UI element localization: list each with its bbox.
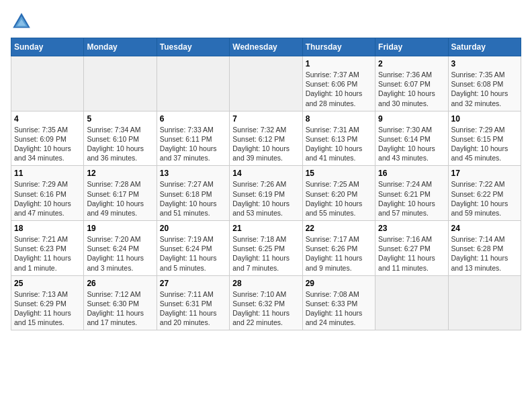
day-info: Sunrise: 7:25 AM Sunset: 6:20 PM Dayligh…: [306, 179, 372, 218]
day-info: Sunrise: 7:21 AM Sunset: 6:23 PM Dayligh…: [14, 234, 81, 273]
day-number: 23: [378, 224, 445, 233]
day-info: Sunrise: 7:37 AM Sunset: 6:06 PM Dayligh…: [306, 70, 372, 108]
calendar-cell: 3Sunrise: 7:35 AM Sunset: 6:08 PM Daylig…: [448, 56, 521, 111]
day-info: Sunrise: 7:24 AM Sunset: 6:21 PM Dayligh…: [378, 179, 445, 218]
calendar-cell: 9Sunrise: 7:30 AM Sunset: 6:14 PM Daylig…: [375, 111, 448, 166]
day-number: 1: [306, 59, 372, 68]
calendar-header-row: SundayMondayTuesdayWednesdayThursdayFrid…: [11, 38, 521, 56]
calendar-cell: 13Sunrise: 7:27 AM Sunset: 6:18 PM Dayli…: [157, 166, 229, 221]
day-info: Sunrise: 7:13 AM Sunset: 6:29 PM Dayligh…: [14, 289, 81, 328]
calendar-cell: 14Sunrise: 7:26 AM Sunset: 6:19 PM Dayli…: [230, 166, 302, 221]
day-info: Sunrise: 7:19 AM Sunset: 6:24 PM Dayligh…: [160, 234, 226, 273]
calendar-cell: 25Sunrise: 7:13 AM Sunset: 6:29 PM Dayli…: [11, 275, 84, 330]
logo-icon: [11, 11, 32, 32]
calendar-cell: 26Sunrise: 7:12 AM Sunset: 6:30 PM Dayli…: [84, 275, 157, 330]
day-info: Sunrise: 7:18 AM Sunset: 6:25 PM Dayligh…: [232, 234, 299, 273]
day-number: 26: [87, 279, 153, 288]
calendar-cell: 7Sunrise: 7:32 AM Sunset: 6:12 PM Daylig…: [230, 111, 302, 166]
calendar-cell: [448, 275, 521, 330]
day-info: Sunrise: 7:27 AM Sunset: 6:18 PM Dayligh…: [160, 179, 226, 218]
day-number: 21: [232, 224, 299, 233]
day-info: Sunrise: 7:35 AM Sunset: 6:09 PM Dayligh…: [14, 125, 81, 163]
day-number: 29: [306, 279, 372, 288]
calendar-cell: 16Sunrise: 7:24 AM Sunset: 6:21 PM Dayli…: [375, 166, 448, 221]
calendar-cell: [11, 56, 84, 111]
day-info: Sunrise: 7:10 AM Sunset: 6:32 PM Dayligh…: [232, 289, 299, 328]
day-number: 22: [306, 224, 372, 233]
calendar-week-row: 4Sunrise: 7:35 AM Sunset: 6:09 PM Daylig…: [11, 111, 521, 166]
calendar-cell: 8Sunrise: 7:31 AM Sunset: 6:13 PM Daylig…: [302, 111, 375, 166]
day-info: Sunrise: 7:31 AM Sunset: 6:13 PM Dayligh…: [306, 125, 372, 163]
day-info: Sunrise: 7:16 AM Sunset: 6:27 PM Dayligh…: [378, 234, 445, 273]
day-number: 24: [451, 224, 518, 233]
day-number: 7: [232, 114, 299, 124]
day-header: Friday: [375, 38, 448, 56]
calendar-week-row: 1Sunrise: 7:37 AM Sunset: 6:06 PM Daylig…: [11, 56, 521, 111]
day-info: Sunrise: 7:34 AM Sunset: 6:10 PM Dayligh…: [87, 125, 153, 163]
calendar-cell: [230, 56, 302, 111]
day-info: Sunrise: 7:36 AM Sunset: 6:07 PM Dayligh…: [378, 70, 445, 108]
day-number: 3: [451, 59, 518, 68]
day-info: Sunrise: 7:28 AM Sunset: 6:17 PM Dayligh…: [87, 179, 153, 218]
day-header: Saturday: [448, 38, 521, 56]
day-number: 11: [14, 169, 81, 178]
day-info: Sunrise: 7:14 AM Sunset: 6:28 PM Dayligh…: [451, 234, 518, 273]
day-number: 17: [451, 169, 518, 178]
day-info: Sunrise: 7:26 AM Sunset: 6:19 PM Dayligh…: [232, 179, 299, 218]
calendar-cell: 29Sunrise: 7:08 AM Sunset: 6:33 PM Dayli…: [302, 275, 375, 330]
calendar-week-row: 11Sunrise: 7:29 AM Sunset: 6:16 PM Dayli…: [11, 166, 521, 221]
calendar-cell: 15Sunrise: 7:25 AM Sunset: 6:20 PM Dayli…: [302, 166, 375, 221]
day-info: Sunrise: 7:12 AM Sunset: 6:30 PM Dayligh…: [87, 289, 153, 328]
calendar-cell: [157, 56, 229, 111]
day-number: 28: [232, 279, 299, 288]
calendar-week-row: 18Sunrise: 7:21 AM Sunset: 6:23 PM Dayli…: [11, 221, 521, 276]
day-number: 20: [160, 224, 226, 233]
day-number: 25: [14, 279, 81, 288]
day-info: Sunrise: 7:11 AM Sunset: 6:31 PM Dayligh…: [160, 289, 226, 328]
day-number: 5: [87, 114, 153, 124]
calendar-cell: 18Sunrise: 7:21 AM Sunset: 6:23 PM Dayli…: [11, 221, 84, 276]
day-number: 18: [14, 224, 81, 233]
day-number: 2: [378, 59, 445, 68]
calendar-cell: 22Sunrise: 7:17 AM Sunset: 6:26 PM Dayli…: [302, 221, 375, 276]
calendar-cell: 12Sunrise: 7:28 AM Sunset: 6:17 PM Dayli…: [84, 166, 157, 221]
day-header: Wednesday: [230, 38, 302, 56]
calendar-cell: 2Sunrise: 7:36 AM Sunset: 6:07 PM Daylig…: [375, 56, 448, 111]
day-info: Sunrise: 7:33 AM Sunset: 6:11 PM Dayligh…: [160, 125, 226, 163]
calendar-cell: 24Sunrise: 7:14 AM Sunset: 6:28 PM Dayli…: [448, 221, 521, 276]
calendar-cell: 10Sunrise: 7:29 AM Sunset: 6:15 PM Dayli…: [448, 111, 521, 166]
calendar-cell: 4Sunrise: 7:35 AM Sunset: 6:09 PM Daylig…: [11, 111, 84, 166]
day-info: Sunrise: 7:35 AM Sunset: 6:08 PM Dayligh…: [451, 70, 518, 108]
day-number: 19: [87, 224, 153, 233]
day-info: Sunrise: 7:30 AM Sunset: 6:14 PM Dayligh…: [378, 125, 445, 163]
day-number: 16: [378, 169, 445, 178]
calendar-week-row: 25Sunrise: 7:13 AM Sunset: 6:29 PM Dayli…: [11, 275, 521, 330]
logo: [11, 11, 35, 32]
calendar-cell: 23Sunrise: 7:16 AM Sunset: 6:27 PM Dayli…: [375, 221, 448, 276]
day-number: 15: [306, 169, 372, 178]
calendar-cell: 11Sunrise: 7:29 AM Sunset: 6:16 PM Dayli…: [11, 166, 84, 221]
day-number: 10: [451, 114, 518, 124]
calendar-table: SundayMondayTuesdayWednesdayThursdayFrid…: [11, 38, 521, 330]
day-number: 8: [306, 114, 372, 124]
day-number: 6: [160, 114, 226, 124]
day-info: Sunrise: 7:32 AM Sunset: 6:12 PM Dayligh…: [232, 125, 299, 163]
day-number: 4: [14, 114, 81, 124]
calendar-cell: 1Sunrise: 7:37 AM Sunset: 6:06 PM Daylig…: [302, 56, 375, 111]
day-number: 14: [232, 169, 299, 178]
day-number: 12: [87, 169, 153, 178]
day-info: Sunrise: 7:29 AM Sunset: 6:15 PM Dayligh…: [451, 125, 518, 163]
day-info: Sunrise: 7:17 AM Sunset: 6:26 PM Dayligh…: [306, 234, 372, 273]
calendar-cell: [84, 56, 157, 111]
day-header: Monday: [84, 38, 157, 56]
calendar-cell: 5Sunrise: 7:34 AM Sunset: 6:10 PM Daylig…: [84, 111, 157, 166]
day-number: 13: [160, 169, 226, 178]
day-header: Sunday: [11, 38, 84, 56]
day-number: 27: [160, 279, 226, 288]
day-number: 9: [378, 114, 445, 124]
day-header: Thursday: [302, 38, 375, 56]
calendar-cell: 20Sunrise: 7:19 AM Sunset: 6:24 PM Dayli…: [157, 221, 229, 276]
calendar-cell: 28Sunrise: 7:10 AM Sunset: 6:32 PM Dayli…: [230, 275, 302, 330]
day-header: Tuesday: [157, 38, 229, 56]
calendar-cell: 21Sunrise: 7:18 AM Sunset: 6:25 PM Dayli…: [230, 221, 302, 276]
